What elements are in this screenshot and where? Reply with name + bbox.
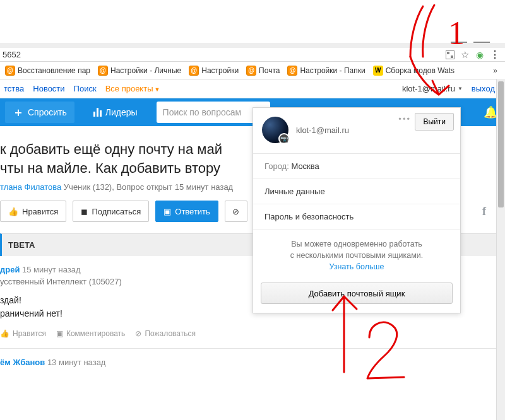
bookmark-item[interactable]: Настройки (186, 64, 241, 77)
nav-label: Все проекты (105, 84, 153, 93)
answer-item: ём Жбанов 13 минут назад (0, 349, 502, 372)
leaders-label: Лидеры (105, 107, 138, 117)
bookmark-item[interactable]: Настройки - Папки (285, 64, 367, 77)
bookmark-label: Восстановление пар (18, 66, 90, 75)
thumb-up-icon: 👍 (8, 207, 18, 216)
bookmark-item[interactable]: Восстановление пар (3, 64, 93, 77)
avatar[interactable]: 📷 (262, 117, 288, 143)
scrollbar-thumb[interactable] (498, 81, 504, 207)
bookmark-label: Почта (259, 66, 280, 75)
leaders-button[interactable]: Лидеры (86, 102, 145, 123)
like-label: Нравится (22, 207, 58, 216)
chrome-menu-icon[interactable] (490, 50, 500, 60)
comment-icon: ▣ (56, 329, 63, 338)
camera-icon[interactable]: 📷 (278, 133, 290, 144)
learn-more-link[interactable]: Узнать больше (330, 262, 384, 271)
at-icon (189, 66, 199, 76)
search-input[interactable] (163, 107, 264, 117)
bell-icon[interactable] (484, 105, 497, 119)
user-email-dropdown[interactable]: klot-1@mail.ru ▼ (402, 84, 463, 93)
answer-author-link[interactable]: дрей (0, 265, 20, 274)
block-icon: ⊘ (135, 329, 141, 338)
browser-address-bar: 5652 (0, 43, 505, 62)
bars-icon (93, 108, 102, 117)
dropdown-security-row[interactable]: Пароль и безопасность (253, 204, 460, 230)
logout-button[interactable]: Выйти (415, 113, 454, 131)
more-dots-icon[interactable]: ••• (398, 114, 411, 124)
url-fragment[interactable]: 5652 (0, 48, 354, 61)
question-author-link[interactable]: тлана Филатова (0, 182, 61, 192)
bookmark-label: Настройки - Папки (300, 66, 365, 75)
question-status: Ученик (132), Вопрос открыт 15 минут наз… (64, 182, 233, 192)
bookmark-item[interactable]: WСборка модов Wats (371, 64, 457, 77)
subscribe-label: Подписаться (92, 207, 141, 216)
at-icon (287, 66, 297, 76)
nav-all-projects[interactable]: Все проекты▼ (105, 84, 160, 93)
block-icon: ⊘ (232, 207, 239, 216)
answer-report[interactable]: ⊘Пожаловаться (135, 329, 196, 338)
answer-like[interactable]: 👍Нравится (0, 329, 46, 338)
answer-time: 13 минут назад (47, 358, 106, 367)
qr-icon[interactable] (446, 50, 454, 59)
dropdown-email: klot-1@mail.ru (296, 125, 349, 135)
nav-link[interactable]: тства (4, 84, 24, 93)
bookmark-label: Сборка модов Wats (386, 66, 454, 75)
nav-link[interactable]: Новости (33, 84, 64, 93)
answer-button[interactable]: ▣Ответить (155, 201, 218, 222)
bookmark-star-icon[interactable] (460, 50, 470, 60)
dropdown-info: Вы можете одновременно работать с нескол… (253, 230, 460, 279)
bookmark-label: Настройки - Личные (110, 66, 181, 75)
block-button[interactable]: ⊘ (225, 201, 247, 222)
nav-link[interactable]: Поиск (74, 84, 97, 93)
bookmarks-overflow-icon[interactable]: » (493, 66, 497, 75)
scrollbar[interactable] (496, 79, 505, 420)
dropdown-personal-row[interactable]: Личные данные (253, 179, 460, 204)
answer-time: 15 минут назад (22, 265, 81, 274)
thumb-up-icon: 👍 (0, 329, 9, 338)
dropdown-header: 📷 klot-1@mail.ru ••• Выйти (253, 108, 460, 154)
w-icon: W (373, 66, 383, 76)
ask-label: Спросить (28, 107, 67, 117)
caret-down-icon: ▼ (458, 86, 463, 91)
user-email-text: klot-1@mail.ru (402, 84, 455, 93)
bookmark-item[interactable]: Почта (244, 64, 282, 77)
answer-author-link[interactable]: ём Жбанов (0, 358, 45, 367)
logout-link[interactable]: выход (472, 84, 495, 93)
at-icon (246, 66, 256, 76)
answer-actions: 👍Нравится ▣Комментировать ⊘Пожаловаться (0, 329, 500, 338)
speech-icon: ▣ (163, 207, 171, 216)
shield-icon[interactable] (475, 50, 485, 60)
ask-button[interactable]: Спросить (5, 102, 74, 123)
answer-comment[interactable]: ▣Комментировать (56, 329, 125, 338)
at-icon (5, 66, 15, 76)
subscribe-button[interactable]: ◼Подписаться (73, 201, 149, 222)
at-icon (98, 66, 108, 76)
caret-down-icon: ▼ (155, 86, 160, 93)
dropdown-city-row[interactable]: Город: Москва (253, 154, 460, 179)
bookmark-label: Настройки (201, 66, 239, 75)
plus-icon (13, 105, 24, 120)
user-dropdown-panel: 📷 klot-1@mail.ru ••• Выйти Город: Москва… (252, 107, 461, 313)
city-value: Москва (291, 161, 319, 171)
bookmark-icon: ◼ (81, 207, 88, 216)
facebook-icon[interactable]: f (476, 203, 492, 219)
answer-label: Ответить (175, 207, 210, 216)
like-button[interactable]: 👍Нравится (0, 201, 66, 222)
city-label: Город: (264, 161, 289, 171)
add-mailbox-button[interactable]: Добавить почтовый ящик (261, 283, 453, 304)
bookmarks-bar: Восстановление пар Настройки - Личные На… (0, 62, 505, 79)
bookmark-item[interactable]: Настройки - Личные (95, 64, 184, 77)
page-top-nav: тства Новости Поиск Все проекты▼ klot-1@… (0, 79, 505, 98)
